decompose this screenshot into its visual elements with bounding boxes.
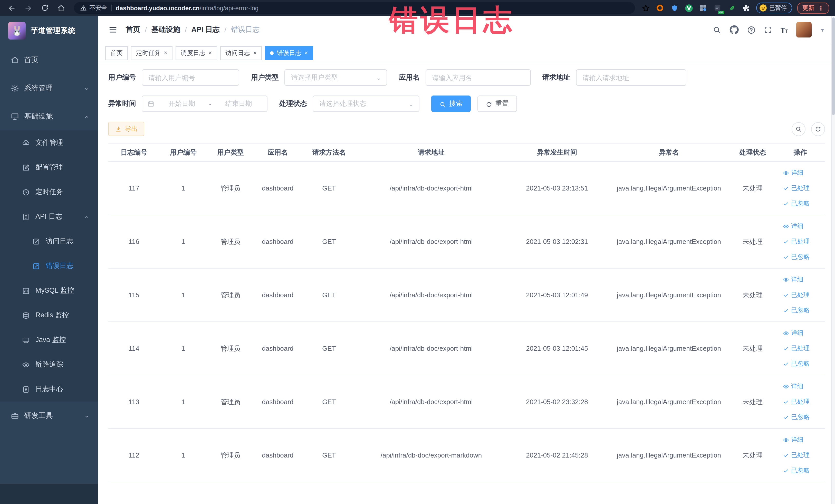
sidebar-item-API-日志[interactable]: API 日志 xyxy=(0,204,98,229)
sidebar-item-Java-监控[interactable]: Java 监控 xyxy=(0,328,98,352)
action-processed-link[interactable]: 已处理 xyxy=(783,344,810,353)
cell-url: /api/infra/db-doc/export-html xyxy=(357,375,506,428)
breadcrumb-item[interactable]: 首页 xyxy=(126,25,140,35)
fullscreen-icon[interactable] xyxy=(764,26,772,34)
orange-ring-extension-icon[interactable] xyxy=(655,3,665,13)
blue-shield-extension-icon[interactable] xyxy=(670,3,679,13)
sidebar-item-系统管理[interactable]: 系统管理 xyxy=(0,74,98,102)
toggle-search-button[interactable] xyxy=(792,122,806,136)
action-processed-link[interactable]: 已处理 xyxy=(783,237,810,246)
browser-reload-icon[interactable] xyxy=(38,1,51,15)
cell-id: 117 xyxy=(108,161,160,215)
action-ignored-link[interactable]: 已忽略 xyxy=(783,413,810,422)
status-select[interactable]: 请选择处理状态 ⌄ xyxy=(313,96,420,112)
user-avatar[interactable] xyxy=(796,22,812,38)
action-ignored-link[interactable]: 已忽略 xyxy=(783,360,810,368)
user-type-select[interactable]: 请选择用户类型 ⌄ xyxy=(284,69,387,86)
sidebar-item-MySQL-监控[interactable]: MySQL 监控 xyxy=(0,278,98,303)
column-header-处理状态: 处理状态 xyxy=(730,143,776,161)
switch-extension-icon[interactable]: on xyxy=(713,3,722,13)
action-detail-link[interactable]: 详细 xyxy=(783,168,803,177)
sidebar-toggle-icon[interactable] xyxy=(108,25,118,35)
search-icon[interactable] xyxy=(713,25,721,34)
bookmark-star-icon[interactable] xyxy=(641,3,650,13)
close-icon[interactable]: × xyxy=(164,50,167,56)
address-bar[interactable]: 不安全 dashboard.yudao.iocoder.cn/infra/log… xyxy=(74,2,635,14)
sidebar-item-研发工具[interactable]: 研发工具 xyxy=(0,402,98,430)
profile-paused-chip[interactable]: 已暂停 xyxy=(756,3,792,13)
request-url-input[interactable] xyxy=(576,69,686,86)
sidebar-item-定时任务[interactable]: 定时任务 xyxy=(0,180,98,204)
browser-home-icon[interactable] xyxy=(55,1,68,15)
search-button[interactable]: 搜索 xyxy=(431,96,471,112)
date-range-picker[interactable]: 开始日期 - 结束日期 xyxy=(142,96,267,112)
sidebar-item-文件管理[interactable]: 文件管理 xyxy=(0,130,98,155)
tabs-bar: 首页定时任务×调度日志×访问日志×错误日志× xyxy=(98,44,835,62)
cell-app: dashboard xyxy=(254,215,301,268)
cell-exception: java.lang.IllegalArgumentException xyxy=(608,375,730,428)
action-detail-link[interactable]: 详细 xyxy=(783,222,803,230)
sidebar-item-配置管理[interactable]: 配置管理 xyxy=(0,155,98,180)
reset-button[interactable]: 重置 xyxy=(477,96,517,112)
tab-错误日志[interactable]: 错误日志× xyxy=(265,46,313,60)
security-chip[interactable]: 不安全 xyxy=(80,4,107,12)
browser-update-button[interactable]: 更新 ⋮ xyxy=(797,2,829,14)
app-logo[interactable]: 🐰 芋道管理系统 xyxy=(0,16,98,46)
tab-调度日志[interactable]: 调度日志× xyxy=(176,46,217,60)
action-processed-link[interactable]: 已处理 xyxy=(783,398,810,406)
breadcrumb-item[interactable]: 基础设施 xyxy=(151,25,180,35)
sidebar-item-日志中心[interactable]: 日志中心 xyxy=(0,377,98,402)
refresh-table-button[interactable] xyxy=(811,122,825,136)
action-processed-link[interactable]: 已处理 xyxy=(783,291,810,299)
close-icon[interactable]: × xyxy=(304,50,308,56)
scrollbar[interactable] xyxy=(831,16,835,504)
green-v-extension-icon[interactable] xyxy=(684,3,693,13)
breadcrumb-item[interactable]: 错误日志 xyxy=(231,25,260,35)
browser-back-icon[interactable] xyxy=(5,1,19,15)
action-ignored-link[interactable]: 已忽略 xyxy=(783,199,810,208)
table-header-row: 日志编号用户编号用户类型应用名请求方法名请求地址异常发生时间异常名处理状态操作 xyxy=(108,143,825,161)
url-domain: dashboard.yudao.iocoder.cn xyxy=(116,4,200,12)
help-icon[interactable] xyxy=(747,25,756,34)
cell-user_type: 管理员 xyxy=(207,268,254,322)
github-icon[interactable] xyxy=(730,25,739,35)
action-ignored-link[interactable]: 已忽略 xyxy=(783,306,810,315)
action-ignored-link[interactable]: 已忽略 xyxy=(783,466,810,475)
browser-forward-icon[interactable] xyxy=(22,1,35,15)
check-icon xyxy=(783,360,789,367)
grid-extension-icon[interactable] xyxy=(698,3,708,13)
action-processed-link[interactable]: 已处理 xyxy=(783,184,810,193)
filter-user-id: 用户编号 xyxy=(108,69,239,86)
font-size-icon[interactable]: TT xyxy=(780,26,788,34)
action-detail-link[interactable]: 详细 xyxy=(783,382,803,391)
tab-定时任务[interactable]: 定时任务× xyxy=(131,46,172,60)
sidebar-item-基础设施[interactable]: 基础设施 xyxy=(0,102,98,130)
browser-menu-icon[interactable]: ⋮ xyxy=(818,4,824,12)
sidebar-item-链路追踪[interactable]: 链路追踪 xyxy=(0,352,98,377)
scrollbar-thumb[interactable] xyxy=(832,18,835,115)
export-button[interactable]: 导出 xyxy=(108,122,144,136)
user-id-input[interactable] xyxy=(142,69,239,86)
sidebar-item-Redis-监控[interactable]: Redis 监控 xyxy=(0,303,98,328)
action-detail-link[interactable]: 详细 xyxy=(783,329,803,337)
puzzle-extensions-icon[interactable] xyxy=(741,3,751,13)
chevron-down-icon[interactable]: ▼ xyxy=(820,27,825,33)
action-detail-link[interactable]: 详细 xyxy=(783,275,803,284)
close-icon[interactable]: × xyxy=(208,50,212,56)
sidebar-item-访问日志[interactable]: 访问日志 xyxy=(0,229,98,254)
eye-icon xyxy=(22,361,30,368)
action-detail-link[interactable]: 详细 xyxy=(783,436,803,444)
filter-app-name: 应用名 xyxy=(399,69,531,86)
leaf-extension-icon[interactable] xyxy=(727,3,736,13)
close-icon[interactable]: × xyxy=(253,50,257,56)
cell-user_id: 1 xyxy=(160,215,207,268)
sidebar-item-首页[interactable]: 首页 xyxy=(0,46,98,74)
column-header-应用名: 应用名 xyxy=(254,143,301,161)
sidebar-item-错误日志[interactable]: 错误日志 xyxy=(0,254,98,278)
app-name-input[interactable] xyxy=(425,69,531,86)
tab-访问日志[interactable]: 访问日志× xyxy=(220,46,262,60)
action-ignored-link[interactable]: 已忽略 xyxy=(783,253,810,261)
breadcrumb-item[interactable]: API 日志 xyxy=(191,25,220,35)
action-processed-link[interactable]: 已处理 xyxy=(783,451,810,460)
tab-首页[interactable]: 首页 xyxy=(105,46,128,60)
